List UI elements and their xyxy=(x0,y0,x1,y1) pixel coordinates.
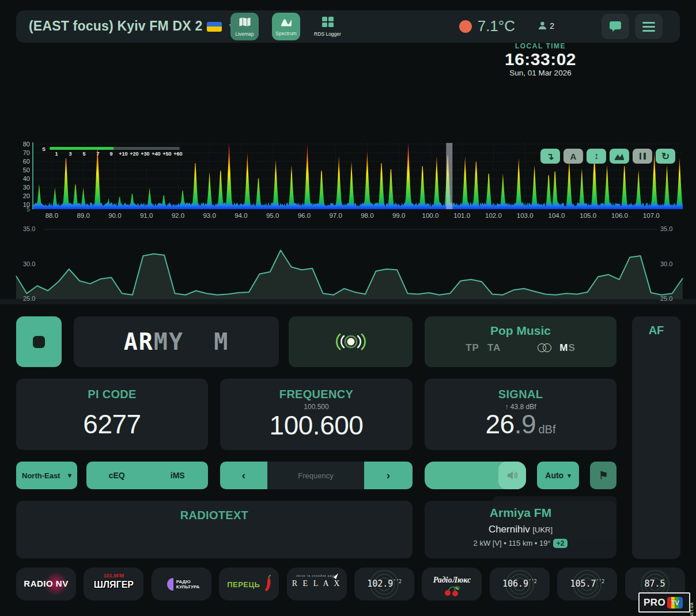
spectrum-icon xyxy=(280,17,293,29)
volume-slider[interactable] xyxy=(425,462,526,489)
server-title-text: (EAST focus) Kyiv FM DX 2 xyxy=(29,18,202,33)
local-time-label: LOCAL TIME xyxy=(477,42,604,50)
s-meter-bar xyxy=(50,147,180,150)
pi-code-value: 6277 xyxy=(16,409,208,440)
signal-unit: dBf xyxy=(538,423,555,436)
spectrum-x-tick: 97.0 xyxy=(326,212,346,219)
stop-icon xyxy=(33,336,45,348)
station-logo-freq-105.7[interactable]: 105.7’’2 xyxy=(557,568,617,600)
spectrum-x-tick: 100.0 xyxy=(420,212,441,219)
chevron-down-icon: ▾ xyxy=(568,472,571,479)
station-name: RADIO NV xyxy=(16,579,76,588)
frequency-value[interactable]: 100.600 xyxy=(220,410,413,441)
station-name: РадіоЛюкс xyxy=(422,576,482,585)
weather-widget: 7.1°C xyxy=(459,17,515,35)
nav-rds-logger-button[interactable]: RDS Logger xyxy=(313,13,342,40)
spectrum-y-tick: 70 xyxy=(17,149,30,156)
frequency-up-button[interactable]: › xyxy=(364,462,413,489)
tx-country: [UKR] xyxy=(532,526,553,534)
chat-button[interactable] xyxy=(602,14,629,39)
station-logo-shlyager[interactable]: 101.9FMШЛЯГЕР xyxy=(84,568,143,600)
station-logo-freq-102.9[interactable]: 102.9’’2 xyxy=(354,568,414,600)
audio-mode-select[interactable]: Auto ▾ xyxy=(537,462,579,489)
spectrum-x-tick: 105.0 xyxy=(578,212,599,219)
local-time-widget: LOCAL TIME 16:33:02 Sun, 01 Mar 2026 xyxy=(477,42,604,77)
chevron-left-icon: ‹ xyxy=(242,469,245,482)
spectrum-x-tick: 103.0 xyxy=(515,212,535,219)
spectrum-y-tick: 80 xyxy=(17,141,30,148)
graph-mode-button[interactable] xyxy=(610,149,629,164)
speaker-icon xyxy=(506,470,518,481)
menu-button[interactable] xyxy=(635,14,663,39)
refresh-button[interactable]: ↻ xyxy=(656,149,675,164)
frequency-down-button[interactable]: ‹ xyxy=(220,462,267,489)
station-logo-freq-106.9[interactable]: 106.9’’2 xyxy=(490,568,550,600)
scroll-down-button[interactable]: ↴ xyxy=(540,149,560,164)
pi-code-card: PI CODE 6277 xyxy=(16,379,208,450)
signal-graph[interactable]: 35.035.030.030.025.025.0 xyxy=(0,224,696,304)
protv-netua-text: NET.UA xyxy=(690,602,694,616)
ps-segment: MY xyxy=(154,328,184,355)
chevron-right-icon: › xyxy=(387,469,390,482)
flag-icon: ⚑ xyxy=(599,469,608,482)
nav-spectrum-button[interactable]: Spectrum xyxy=(272,13,300,40)
station-frequency: 105.7’’2 xyxy=(557,579,617,589)
radiotext-title: RADIOTEXT xyxy=(16,509,413,522)
report-flag-button[interactable]: ⚑ xyxy=(590,462,616,489)
tx-station-name[interactable]: Armiya FM xyxy=(425,506,616,520)
nav-livemap-button[interactable]: Livemap xyxy=(230,13,259,40)
ps-segment xyxy=(184,328,214,355)
volume-handle[interactable] xyxy=(498,462,526,489)
station-logo-lux[interactable]: РадіоЛюкс xyxy=(422,568,482,600)
spectrum-x-tick: 99.0 xyxy=(388,212,409,219)
s-meter-tick: 3 xyxy=(63,151,77,157)
map-icon xyxy=(239,16,251,30)
s-meter-scale: S13579+10+20+30+40+50+60 xyxy=(40,145,190,160)
station-name: ШЛЯГЕР xyxy=(84,580,143,590)
spectrum-x-tick: 96.0 xyxy=(294,212,315,219)
chevron-down-icon: ▾ xyxy=(68,471,71,479)
auto-scale-button[interactable]: A xyxy=(563,149,583,164)
area-chart-icon xyxy=(614,152,625,160)
signal-y-tick: 25.0 xyxy=(660,295,678,302)
spectrum-x-tick: 88.0 xyxy=(41,212,62,219)
protv-tv-icon: TV xyxy=(667,597,683,609)
vertical-zoom-button[interactable]: ↕ xyxy=(587,149,606,164)
stereo-panel xyxy=(289,316,413,367)
s-meter-tick: 1 xyxy=(50,151,63,157)
kultura-icon xyxy=(167,578,173,591)
spectrum-x-tick: 91.0 xyxy=(136,212,157,219)
ukraine-flag-icon xyxy=(207,22,222,32)
antenna-value: North-East xyxy=(22,471,60,480)
ms-flag: MS xyxy=(559,342,576,354)
pi-code-title: PI CODE xyxy=(16,388,208,401)
station-logo-perets[interactable]: ПЕРЕЦЬ xyxy=(219,568,279,600)
pepper-icon xyxy=(263,575,272,595)
ps-segment: AR xyxy=(124,328,154,355)
nav-label: RDS Logger xyxy=(314,31,341,37)
server-title[interactable]: (EAST focus) Kyiv FM DX 2 ▾ xyxy=(29,18,234,34)
af-panel: AF xyxy=(632,316,680,559)
station-logo-nv[interactable]: RADIO NV xyxy=(16,568,76,600)
eq-button[interactable]: cEQ xyxy=(86,471,147,480)
eq-ims-group: cEQ iMS xyxy=(86,462,208,489)
pause-icon[interactable] xyxy=(633,149,652,164)
antenna-select[interactable]: North-East ▾ xyxy=(16,462,77,489)
spectrum-y-tick: 20 xyxy=(17,192,30,199)
station-frequency: 106.9’’2 xyxy=(490,579,550,589)
spectrum-x-tick: 101.0 xyxy=(452,212,472,219)
station-logo-relax[interactable]: легке та спокійне радіоR E L A X xyxy=(287,568,347,600)
signal-y-tick: 25.0 xyxy=(23,295,40,302)
spectrum-x-tick: 92.0 xyxy=(168,212,188,219)
play-stop-button[interactable] xyxy=(16,316,62,367)
ims-button[interactable]: iMS xyxy=(147,471,209,480)
station-logo-kultura[interactable]: РАДІОКУЛЬТУРА xyxy=(152,568,211,600)
user-icon xyxy=(538,21,547,31)
listener-counter: 2 xyxy=(538,21,554,31)
frequency-input[interactable] xyxy=(267,462,364,489)
tx-more-badge[interactable]: +2 xyxy=(553,539,568,548)
signal-y-tick: 30.0 xyxy=(23,260,40,267)
spectrum-y-tick: 50 xyxy=(17,167,30,173)
radiotext-panel: RADIOTEXT xyxy=(16,501,413,558)
af-title: AF xyxy=(632,324,680,337)
